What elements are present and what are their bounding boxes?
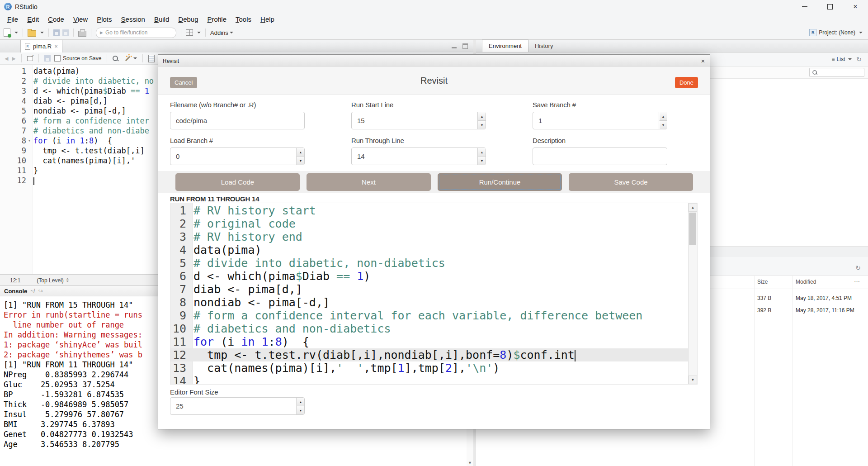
menu-code[interactable]: Code <box>43 13 69 26</box>
workspace-panes-icon[interactable] <box>186 29 193 36</box>
spinner-up-icon[interactable]: ▲ <box>659 112 667 121</box>
code-line[interactable]: 5# divide into diabetic, non-diabetics <box>170 257 689 270</box>
save-branch-input[interactable] <box>533 112 667 129</box>
load-branch-input[interactable] <box>170 147 305 165</box>
spinner-down-icon[interactable]: ▼ <box>478 121 486 129</box>
compile-report-icon[interactable] <box>148 55 155 62</box>
cancel-button[interactable]: Cancel <box>170 77 197 88</box>
menu-tools[interactable]: Tools <box>231 13 256 26</box>
back-icon[interactable]: ◀ <box>5 56 8 62</box>
spinner-up-icon[interactable]: ▲ <box>478 148 486 157</box>
spinner-down-icon[interactable]: ▼ <box>297 157 304 165</box>
pane-maximize-icon[interactable] <box>462 43 468 49</box>
rstudio-logo-icon: R <box>4 3 12 10</box>
code-line[interactable]: 8nondiab <- pima[-d,] <box>170 296 689 309</box>
menu-session[interactable]: Session <box>117 13 150 26</box>
next-button[interactable]: Next <box>307 173 431 191</box>
spinner-up-icon[interactable]: ▲ <box>297 398 304 406</box>
project-selector[interactable]: R Project: (None) <box>809 29 868 36</box>
minimize-button[interactable] <box>792 0 817 13</box>
editor-save-icon[interactable] <box>44 55 51 62</box>
code-line[interactable]: 6d <- which(pima$Diab == 1) <box>170 270 689 283</box>
popout-icon[interactable] <box>27 56 33 61</box>
done-button[interactable]: Done <box>675 77 698 88</box>
menu-edit[interactable]: Edit <box>23 13 43 26</box>
source-on-save-checkbox[interactable] <box>54 55 61 62</box>
spinner-down-icon[interactable]: ▼ <box>659 121 667 129</box>
filename-field: Filename (w/o Branch# or .R) <box>170 101 305 129</box>
tab-pima[interactable]: R pima.R × <box>20 40 62 52</box>
open-file-icon[interactable] <box>28 30 36 37</box>
spinner-up-icon[interactable]: ▲ <box>478 112 486 121</box>
save-icon[interactable] <box>53 29 60 36</box>
save-code-button[interactable]: Save Code <box>569 173 693 191</box>
menu-file[interactable]: File <box>3 13 23 26</box>
console-goto-dir-icon[interactable]: ↪ <box>38 288 43 294</box>
spinner-down-icon[interactable]: ▼ <box>478 157 486 165</box>
code-line[interactable]: 13 cat(names(pima)[i],' ',tmp[1],tmp[2],… <box>170 361 689 375</box>
new-file-dropdown-icon[interactable] <box>14 32 18 33</box>
description-input[interactable] <box>533 147 667 165</box>
maximize-button[interactable] <box>817 0 843 13</box>
save-all-icon[interactable] <box>62 29 69 36</box>
scrollbar-thumb[interactable] <box>689 213 696 245</box>
code-line[interactable]: 3# RV history end <box>170 230 689 243</box>
menu-plots[interactable]: Plots <box>92 13 116 26</box>
menu-profile[interactable]: Profile <box>203 13 231 26</box>
scroll-up-icon[interactable]: ▲ <box>689 203 697 212</box>
menu-view[interactable]: View <box>69 13 92 26</box>
files-refresh-icon[interactable]: ↻ <box>855 264 861 271</box>
scope-selector[interactable]: (Top Level)⇕ <box>37 277 70 284</box>
run-continue-button[interactable]: Run/Continue <box>438 173 562 191</box>
dialog-title-bar[interactable]: Revisit × <box>158 55 710 67</box>
column-modified[interactable]: Modified <box>796 279 816 285</box>
goto-file-function-box[interactable]: ▶ Go to file/function <box>96 28 176 38</box>
dialog-body: Revisit Cancel Done Filename (w/o Branch… <box>158 67 710 429</box>
spinner-up-icon[interactable]: ▲ <box>297 148 304 157</box>
refresh-icon[interactable]: ↻ <box>856 56 862 63</box>
addins-menu[interactable]: Addins <box>210 29 233 36</box>
code-line[interactable]: 4data(pima) <box>170 243 689 257</box>
tab-history[interactable]: History <box>528 40 559 52</box>
dialog-close-icon[interactable]: × <box>696 57 710 65</box>
column-size[interactable]: Size <box>757 279 768 285</box>
environment-search-input[interactable] <box>809 68 864 77</box>
menu-debug[interactable]: Debug <box>174 13 203 26</box>
spinner-down-icon[interactable]: ▼ <box>297 406 304 414</box>
code-line[interactable]: 12 tmp <- t.test.rv(diab[,i],nondiab[,i]… <box>170 348 689 361</box>
filename-input[interactable] <box>170 112 305 129</box>
code-line[interactable]: 10# diabetics and non-diabetics <box>170 322 689 335</box>
forward-icon[interactable]: ▶ <box>12 56 15 62</box>
code-tools-icon[interactable] <box>125 56 130 61</box>
console-working-dir[interactable]: ~/ <box>30 288 35 294</box>
close-button[interactable]: × <box>843 0 868 13</box>
menu-build[interactable]: Build <box>150 13 174 26</box>
run-start-line-input[interactable] <box>351 112 486 129</box>
code-line[interactable]: 1# RV history start <box>170 204 689 217</box>
dialog-heading: Revisit <box>158 67 710 95</box>
code-line[interactable]: 2# original code <box>170 217 689 230</box>
open-file-dropdown-icon[interactable] <box>40 32 44 33</box>
code-line[interactable]: 7diab <- pima[d,] <box>170 283 689 296</box>
dialog-code-scrollbar[interactable]: ▲ ▼ <box>688 203 697 384</box>
pane-minimize-icon[interactable] <box>452 47 457 48</box>
tab-environment[interactable]: Environment <box>482 39 528 52</box>
code-tools-dropdown-icon[interactable] <box>133 57 137 59</box>
scroll-down-icon[interactable]: ▼ <box>467 461 473 465</box>
run-through-line-input[interactable] <box>351 147 486 165</box>
scroll-down-icon[interactable]: ▼ <box>689 376 697 384</box>
editor-font-size-input[interactable] <box>170 397 305 415</box>
tab-close-icon[interactable]: × <box>54 43 58 49</box>
more-options-icon[interactable]: ⋯ <box>854 278 860 285</box>
code-line[interactable]: 14} <box>170 375 689 385</box>
new-file-icon[interactable] <box>4 29 10 37</box>
code-line[interactable]: 9# form a confidence interval for each v… <box>170 309 689 322</box>
list-view-dropdown[interactable]: ≡ List <box>832 56 852 62</box>
menu-help[interactable]: Help <box>256 13 279 26</box>
find-replace-icon[interactable] <box>113 56 118 61</box>
code-line[interactable]: 11for (i in 1:8) { <box>170 335 689 348</box>
panes-dropdown-icon[interactable] <box>197 32 201 33</box>
dialog-code-editor[interactable]: 1# RV history start2# original code3# RV… <box>170 203 698 385</box>
print-icon[interactable] <box>78 31 86 37</box>
load-code-button[interactable]: Load Code <box>175 173 300 191</box>
